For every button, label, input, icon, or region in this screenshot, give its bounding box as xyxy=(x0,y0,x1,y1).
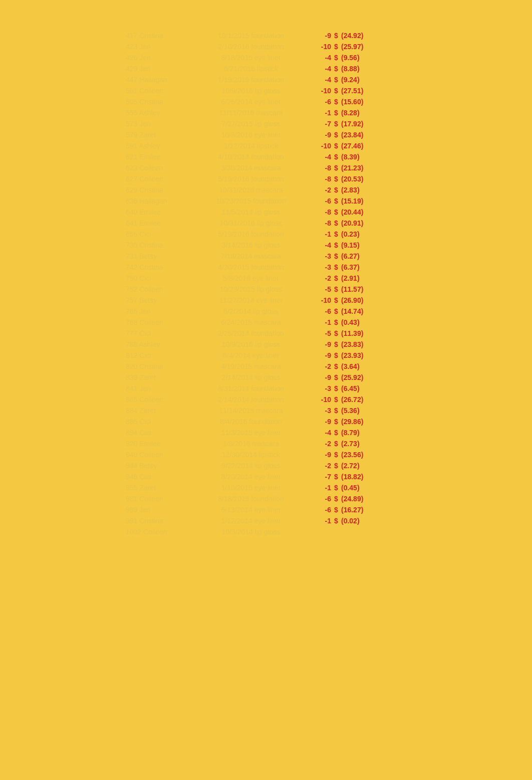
cell-amount: (0.02) xyxy=(341,517,381,525)
cell-id-name: 955 Zaret xyxy=(126,484,196,492)
cell-dollar: $ xyxy=(331,517,341,525)
table-row: 621 Emilee4/10/2014 foundation-4$(8.39) xyxy=(126,151,406,162)
cell-id-name: 839 Zaret xyxy=(126,373,196,381)
cell-dollar: $ xyxy=(331,43,341,51)
cell-date-product: 5/8/2016 eye liner xyxy=(196,274,306,282)
cell-id-name: 940 Colleen xyxy=(126,451,196,459)
cell-date-product: 11/27/2014 eye liner xyxy=(196,296,306,304)
cell-dollar: $ xyxy=(331,484,341,492)
cell-qty: -6 xyxy=(306,98,331,106)
cell-date-product: 4/10/2014 foundation xyxy=(196,153,306,161)
cell-dollar: $ xyxy=(331,495,341,503)
cell-id-name: 629 Cristina xyxy=(126,186,196,194)
cell-date-product: 4/19/2015 mascara xyxy=(196,362,306,370)
table-row: 765 Jen5/2/2014 lip gloss-6$(14.74) xyxy=(126,306,406,317)
table-row: 742 Cristina4/30/2015 foundation-3$(6.37… xyxy=(126,262,406,273)
table-row: 573 Jen7/27/2015 lip gloss-7$(17.92) xyxy=(126,118,406,129)
table-row: 641 Emilee10/31/2016 lip gloss-8$(20.91) xyxy=(126,218,406,229)
cell-id-name: 627 Colleen xyxy=(126,175,196,183)
cell-id-name: 841 Jen xyxy=(126,384,196,393)
cell-amount: (25.92) xyxy=(341,373,381,381)
cell-qty: -4 xyxy=(306,54,331,62)
cell-date-product: 5/13/2014 eye liner xyxy=(196,506,306,514)
cell-date-product: 6/26/2014 eye liner xyxy=(196,98,306,106)
cell-date-product: 2/14/2014 lip gloss xyxy=(196,373,306,381)
table-row: 629 Cristina10/31/2016 mascara-2$(2.83) xyxy=(126,184,406,196)
cell-amount: (2.91) xyxy=(341,274,381,282)
table-row: 955 Zaret1/10/2015 eye liner-1$(0.45) xyxy=(126,482,406,493)
table-row: 423 Jen2/10/2016 foundation-10$(25.97) xyxy=(126,41,406,52)
cell-id-name: 730 Cristina xyxy=(126,241,196,249)
cell-id-name: 757 Betsy xyxy=(126,296,196,304)
cell-id-name: 788 Ashley xyxy=(126,340,196,348)
cell-qty: -1 xyxy=(306,517,331,525)
cell-id-name: 768 Colleen xyxy=(126,318,196,326)
cell-qty: -3 xyxy=(306,407,331,415)
cell-qty: -6 xyxy=(306,197,331,205)
cell-date-product: 5/19/2016 foundation xyxy=(196,175,306,183)
cell-date-product: 10/23/2015 lip gloss xyxy=(196,285,306,293)
cell-qty: -9 xyxy=(306,340,331,348)
cell-amount: (20.91) xyxy=(341,219,381,227)
cell-date-product: 10/23/2015 foundation xyxy=(196,197,306,205)
cell-dollar: $ xyxy=(331,362,341,370)
table-row: 627 Colleen5/19/2016 foundation-8$(20.53… xyxy=(126,173,406,184)
cell-qty: -1 xyxy=(306,230,331,238)
cell-qty: -10 xyxy=(306,396,331,404)
cell-amount: (23.56) xyxy=(341,451,381,459)
cell-amount: (15.60) xyxy=(341,98,381,106)
cell-dollar: $ xyxy=(331,263,341,271)
cell-id-name: 765 Jen xyxy=(126,307,196,315)
cell-dollar: $ xyxy=(331,451,341,459)
cell-date-product: 10/31/2016 lip gloss xyxy=(196,219,306,227)
cell-date-product: 10/9/2016 lip gloss xyxy=(196,87,306,95)
table-row: 841 Jen8/31/2014 foundation-3$(6.45) xyxy=(126,383,406,394)
cell-qty: -9 xyxy=(306,32,331,40)
cell-amount: (6.45) xyxy=(341,384,381,393)
cell-id-name: 946 Cici xyxy=(126,473,196,481)
cell-amount: (17.92) xyxy=(341,120,381,128)
cell-date-product: 10/1/2015 foundation xyxy=(196,32,306,40)
cell-qty: -10 xyxy=(306,142,331,150)
cell-dollar: $ xyxy=(331,252,341,260)
cell-id-name: 981 Colleen xyxy=(126,495,196,503)
cell-id-name: 579 Zaret xyxy=(126,131,196,139)
cell-qty: -3 xyxy=(306,384,331,393)
cell-amount: (0.43) xyxy=(341,318,381,326)
cell-dollar: $ xyxy=(331,340,341,348)
cell-dollar: $ xyxy=(331,219,341,227)
cell-qty: -9 xyxy=(306,351,331,359)
cell-amount: (16.27) xyxy=(341,506,381,514)
cell-dollar: $ xyxy=(331,175,341,183)
cell-dollar: $ xyxy=(331,65,341,73)
cell-dollar: $ xyxy=(331,418,341,426)
cell-amount: (26.90) xyxy=(341,296,381,304)
cell-dollar: $ xyxy=(331,120,341,128)
cell-amount: (23.84) xyxy=(341,131,381,139)
cell-dollar: $ xyxy=(331,506,341,514)
cell-dollar: $ xyxy=(331,462,341,470)
cell-date-product: 1/12/2014 eye liner xyxy=(196,517,306,525)
cell-id-name: 820 Cristina xyxy=(126,362,196,370)
cell-id-name: 656 Cici xyxy=(126,230,196,238)
cell-dollar: $ xyxy=(331,153,341,161)
cell-amount: (9.15) xyxy=(341,241,381,249)
cell-qty: -6 xyxy=(306,495,331,503)
table-row: 623 Colleen3/30/2014 mascara-8$(21.23) xyxy=(126,162,406,173)
table-row: 981 Colleen8/18/2015 foundation-6$(24.89… xyxy=(126,493,406,504)
cell-date-product: 1/12/2014 lipstick xyxy=(196,142,306,150)
cell-amount: (24.89) xyxy=(341,495,381,503)
table-row: 501 Colleen10/9/2016 lip gloss-10$(27.51… xyxy=(126,85,406,96)
cell-dollar: $ xyxy=(331,208,341,216)
cell-id-name: 501 Colleen xyxy=(126,87,196,95)
table-row: 731 Betsy7/18/2014 mascara-3$(6.27) xyxy=(126,251,406,262)
cell-dollar: $ xyxy=(331,373,341,381)
cell-date-product: 7/18/2014 mascara xyxy=(196,252,306,260)
cell-amount: (11.39) xyxy=(341,329,381,337)
cell-date-product: 10/3/2014 lip gloss xyxy=(196,528,306,536)
cell-id-name: 885 Cici xyxy=(126,418,196,426)
cell-id-name: 555 Ashley xyxy=(126,109,196,117)
cell-qty: -7 xyxy=(306,120,331,128)
cell-id-name: 623 Colleen xyxy=(126,164,196,172)
table-row: 447 Hallagan1/19/2016 foundation-4$(9.24… xyxy=(126,74,406,85)
